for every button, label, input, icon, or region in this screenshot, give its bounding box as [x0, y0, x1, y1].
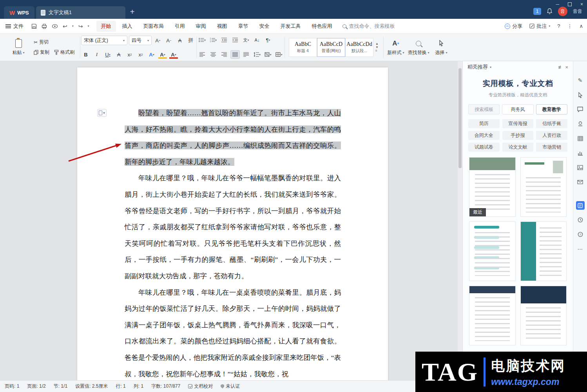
cut-button[interactable]: ✂剪切 — [32, 38, 76, 46]
file-menu-button[interactable]: 文件 — [5, 23, 27, 30]
user-avatar[interactable]: 音 — [558, 7, 567, 16]
help-button[interactable]: ? — [557, 23, 560, 29]
undo-icon[interactable]: ↩ — [63, 23, 67, 29]
certification-status[interactable]: 未认证 — [221, 383, 240, 390]
category-exam-paper[interactable]: 试题试卷 — [468, 143, 500, 152]
increase-indent-button[interactable] — [230, 36, 240, 44]
paragraph-selected[interactable]: 盼望着，盼望着……翘首以盼的新年近了。街市上车水马龙，人山人海，好不热闹。瞧，拎… — [125, 105, 341, 170]
notification-badge[interactable]: 1 — [533, 8, 541, 15]
menu-tab-dev-tools[interactable]: 开发工具 — [276, 21, 306, 32]
align-left-button[interactable] — [197, 50, 207, 59]
align-center-button[interactable] — [208, 50, 218, 59]
style-heading4[interactable]: AaBbC 标题 4 — [289, 38, 317, 57]
asian-layout-button[interactable]: 文▾ — [241, 36, 251, 44]
print-icon[interactable] — [42, 24, 47, 29]
category-thesis[interactable]: 论文文献 — [502, 143, 534, 152]
panel-layout-icon[interactable]: ≢ — [558, 64, 563, 70]
seal-icon[interactable] — [576, 120, 585, 128]
comment-button[interactable]: 批注 ▾ — [529, 23, 550, 30]
undo-caret-icon[interactable]: ▾ — [72, 24, 74, 28]
menu-tab-home[interactable]: 开始 — [96, 21, 116, 32]
paragraph-options-icon[interactable]: ▾ — [97, 109, 107, 117]
numbered-list-button[interactable]: ▾ — [208, 36, 218, 44]
style-normal-web[interactable]: AaBbCcD 普通(网站) — [317, 38, 345, 57]
align-right-button[interactable] — [219, 50, 229, 59]
category-hr-admin[interactable]: 人资行政 — [536, 131, 567, 140]
close-button[interactable]: × — [580, 2, 583, 7]
menu-tab-page-layout[interactable]: 页面布局 — [139, 21, 168, 32]
increase-font-button[interactable]: A+ — [153, 36, 163, 45]
help-circle-icon[interactable]: ? — [576, 230, 585, 239]
document-page[interactable]: 盼望着，盼望着……翘首以盼的新年近了。街市上车水马龙，人山人海，好不热闹。瞧，拎… — [77, 67, 388, 380]
template-thumbnail[interactable] — [520, 286, 567, 345]
pointer-icon[interactable] — [576, 91, 585, 99]
copy-button[interactable]: 复制 — [32, 48, 51, 56]
image-icon[interactable] — [576, 163, 585, 172]
menu-tab-special-features[interactable]: 特色应用 — [307, 21, 337, 32]
find-replace-button[interactable]: 查找替换▾ — [407, 35, 430, 59]
new-style-button[interactable]: A+ 新样式▾ — [384, 35, 407, 59]
document-tab[interactable]: 文字文稿1 — [36, 6, 125, 19]
decrease-indent-button[interactable] — [219, 36, 229, 44]
clear-format-button[interactable]: A — [175, 36, 185, 45]
new-tab-button[interactable]: + — [130, 6, 135, 17]
category-marketing[interactable]: 市场营销 — [536, 143, 567, 152]
template-thumbnail[interactable] — [520, 221, 567, 281]
scrollbar-thumb[interactable] — [458, 68, 462, 168]
bell-icon[interactable] — [547, 8, 553, 15]
sort-button[interactable]: A↓ — [252, 36, 262, 44]
font-size-select[interactable]: 四号▾ — [129, 36, 152, 45]
bullet-list-button[interactable]: ▾ — [197, 36, 207, 44]
shading-button[interactable]: ▾ — [263, 50, 273, 59]
bold-button[interactable]: B — [81, 50, 91, 59]
highlight-color-button[interactable]: A▾ — [158, 50, 167, 59]
docer-title-caret-icon[interactable]: ▾ — [490, 65, 491, 69]
table-icon[interactable] — [576, 134, 585, 143]
underline-button[interactable]: U▾ — [103, 50, 112, 59]
envelope-icon[interactable] — [576, 178, 585, 186]
line-spacing-button[interactable]: ▾ — [252, 50, 262, 59]
share-button[interactable]: 分享 — [505, 23, 522, 30]
font-color-button[interactable]: A▾ — [169, 50, 178, 59]
more-menu-icon[interactable]: ⋮ — [567, 23, 572, 29]
justify-button[interactable] — [230, 50, 240, 59]
italic-button[interactable]: I — [92, 50, 101, 59]
pinyin-guide-button[interactable]: 拼 — [186, 36, 196, 45]
command-search[interactable]: 查找命令、搜索模板 — [342, 23, 395, 30]
menu-tab-view[interactable]: 视图 — [212, 21, 232, 32]
font-name-select[interactable]: 宋体 (正文)▾ — [81, 36, 127, 45]
strikethrough-button[interactable]: A — [114, 50, 123, 59]
vertical-scrollbar[interactable] — [458, 61, 462, 380]
decrease-font-button[interactable]: A− — [164, 36, 174, 45]
save-icon[interactable] — [31, 24, 37, 29]
paste-button[interactable]: 粘贴▾ — [7, 36, 30, 58]
text-effects-button[interactable]: A▾ — [147, 50, 156, 59]
category-handwriting[interactable]: 手抄报 — [502, 131, 534, 140]
more-dots-icon[interactable]: ⋯ — [576, 245, 585, 253]
tab-business-style[interactable]: 商务风 — [502, 104, 533, 114]
template-thumbnail[interactable]: 最近 — [469, 157, 516, 217]
proofread-button[interactable]: 文档校对 — [188, 383, 213, 390]
menu-tab-review[interactable]: 审阅 — [191, 21, 211, 32]
collapse-ribbon-icon[interactable]: ∧ — [579, 23, 583, 29]
pen-icon[interactable]: ✎ — [576, 76, 585, 85]
template-thumbnail[interactable] — [469, 286, 516, 345]
category-resume[interactable]: 简历 — [468, 119, 500, 128]
redo-icon[interactable]: ↪ — [78, 23, 83, 29]
history-icon[interactable] — [576, 216, 585, 224]
superscript-button[interactable]: x2 — [125, 50, 134, 59]
maximize-button[interactable] — [568, 2, 572, 6]
document-area[interactable]: 盼望着，盼望着……翘首以盼的新年近了。街市上车水马龙，人山人海，好不热闹。瞧，拎… — [0, 61, 462, 380]
format-painter-button[interactable]: 格式刷 — [53, 48, 76, 56]
paragraph-3[interactable]: 年味儿在哪里？哦，年味儿在一桌桌香喷喷的菜肴里。腊月底，妈妈为过年的饭菜忙活了好… — [125, 285, 341, 380]
style-default-paragraph[interactable]: AaBbCcDd 默认段... — [345, 38, 373, 57]
menu-tab-security[interactable]: 安全 — [255, 21, 274, 32]
chart-icon[interactable] — [576, 149, 585, 157]
select-button[interactable]: 选择▾ — [430, 35, 453, 59]
menu-tab-section[interactable]: 章节 — [234, 21, 253, 32]
styles-scroll-down-icon[interactable]: ▼ — [375, 45, 379, 49]
tab-education[interactable]: 教育教学 — [536, 104, 567, 114]
panel-close-icon[interactable]: × — [565, 64, 568, 70]
wps-home-button[interactable]: W WPS — [4, 6, 34, 19]
template-thumbnail[interactable] — [469, 221, 516, 281]
